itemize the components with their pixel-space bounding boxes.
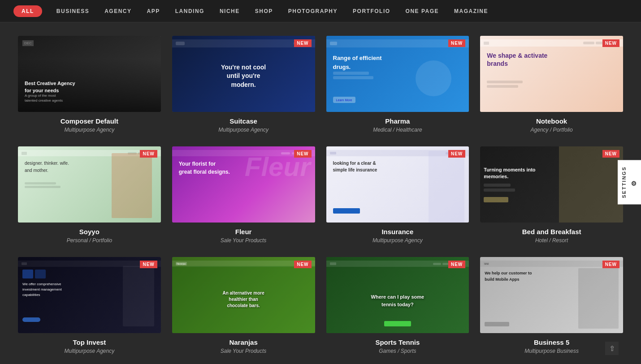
card-bed-and-breakfast[interactable]: Turning moments into memories. NEW Bed a… [480,146,623,244]
card-title: Notebook [480,117,623,125]
card-business-5[interactable]: NTW We help our customer to build Mobile… [480,257,623,354]
card-subtitle: Sale Your Products [172,237,315,244]
card-thumbnail: We offer comprehensive investment manage… [18,257,161,333]
card-subtitle: Sale Your Products [172,348,315,354]
card-thumbnail: Where can I play sometennis today? NEW [326,257,469,333]
badge-new: NEW [294,150,311,158]
card-thumbnail: You're not cooluntil you'remodern. NEW [172,36,315,112]
badge-new: NEW [294,261,311,268]
card-subtitle: Medical / Healthcare [326,127,469,133]
card-title: Business 5 [480,338,623,346]
card-subtitle: Multipurpose Agency [326,237,469,244]
settings-label: SETTINGS [621,166,627,198]
settings-button[interactable]: ⚙ SETTINGS [618,160,641,204]
nav-item-app[interactable]: APP [146,6,161,17]
nav-item-shop[interactable]: SHOP [254,6,274,17]
card-subtitle: Personal / Portfolio [18,237,161,244]
card-thumbnail: Your florist forgreat floral designs. Fl… [172,146,315,223]
card-subtitle: Games / Sports [326,348,469,354]
badge-new: NEW [448,261,465,268]
badge-new: NEW [448,150,465,158]
card-thumbnail: DEC Best Creative Agency for your needs … [18,36,161,112]
card-composer-default[interactable]: DEC Best Creative Agency for your needs … [18,36,161,133]
nav-item-onepage[interactable]: ONE PAGE [405,6,440,17]
card-soyyo[interactable]: designer. thinker. wife.and mother. NEW … [18,146,161,244]
badge-new: NEW [602,39,619,47]
card-thumbnail: NTW We help our customer to build Mobile… [480,257,623,333]
card-title: Naranjas [172,338,315,346]
card-title: Bed and Breakfast [480,228,623,236]
card-subtitle: Multipurpose Agency [172,127,315,133]
card-subtitle: Agency / Portfolio [480,127,623,133]
card-thumbnail: Turning moments into memories. NEW [480,146,623,223]
nav-item-niche[interactable]: NICHE [219,6,241,17]
card-title: Soyyo [18,228,161,236]
card-thumbnail: Naranjas An alternative morehealthier th… [172,257,315,333]
card-title: Top Invest [18,338,161,346]
cards-grid: DEC Best Creative Agency for your needs … [18,36,623,354]
badge-new: NEW [448,39,465,47]
badge-new: NEW [140,261,157,268]
card-thumbnail: designer. thinker. wife.and mother. NEW [18,146,161,223]
card-title: Composer Default [18,117,161,125]
nav-item-business[interactable]: BUSINESS [56,6,90,17]
card-title: Fleur [172,228,315,236]
card-subtitle: Multipurpose Agency [18,127,161,133]
badge-new: NEW [140,150,157,158]
settings-sidebar[interactable]: ⚙ SETTINGS [618,160,641,204]
nav-item-portfolio[interactable]: PORTFOLIO [352,6,391,17]
card-suitcase[interactable]: You're not cooluntil you'remodern. NEW S… [172,36,315,133]
card-sports-tennis[interactable]: Where can I play sometennis today? NEW S… [326,257,469,354]
gear-icon: ⚙ [630,179,637,187]
card-title: Pharma [326,117,469,125]
card-thumbnail: We shape & activate brands NEW [480,36,623,112]
card-thumbnail: Range of efficient drugs. Learn More NEW [326,36,469,112]
card-pharma[interactable]: Range of efficient drugs. Learn More NEW… [326,36,469,133]
card-subtitle: Hotel / Resort [480,237,623,244]
badge-new: NEW [294,39,311,47]
card-title: Suitcase [172,117,315,125]
card-title: Sports Tennis [326,338,469,346]
card-title: Insurance [326,228,469,236]
nav-item-agency[interactable]: AGENCY [104,6,132,17]
card-top-invest[interactable]: We offer comprehensive investment manage… [18,257,161,354]
badge-new: NEW [602,150,619,158]
nav-bar: ALL BUSINESS AGENCY APP LANDING NICHE SH… [0,0,641,22]
scroll-up-button[interactable]: ⇧ [605,342,619,355]
card-fleur[interactable]: Your florist forgreat floral designs. Fl… [172,146,315,244]
badge-new: NEW [602,261,619,268]
card-notebook[interactable]: We shape & activate brands NEW Notebook … [480,36,623,133]
nav-item-photography[interactable]: PHOTOGRAPHY [287,6,338,17]
card-thumbnail: looking for a clear & simple life insura… [326,146,469,223]
main-content: DEC Best Creative Agency for your needs … [0,22,641,364]
nav-item-landing[interactable]: LANDING [174,6,205,17]
card-subtitle: Multipurpose Agency [18,348,161,354]
card-naranjas[interactable]: Naranjas An alternative morehealthier th… [172,257,315,354]
card-insurance[interactable]: looking for a clear & simple life insura… [326,146,469,244]
nav-item-magazine[interactable]: MAGAZINE [453,6,489,17]
card-subtitle: Multipurpose Business [480,348,623,354]
nav-item-all[interactable]: ALL [13,5,42,17]
